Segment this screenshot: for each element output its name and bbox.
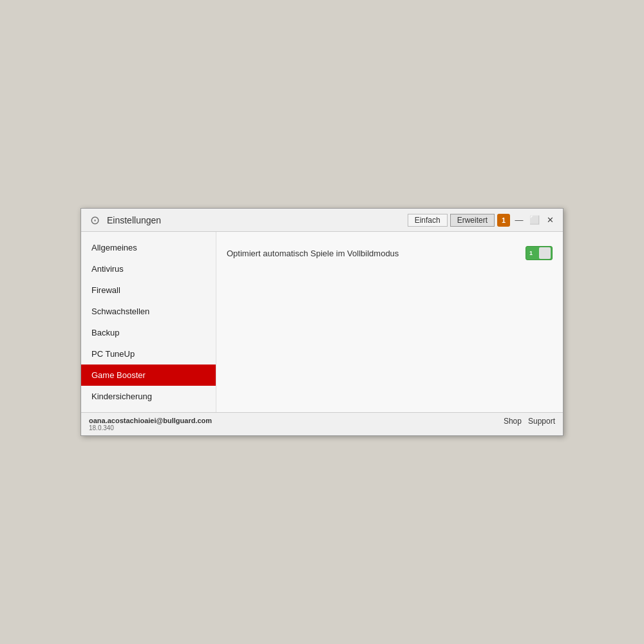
sidebar-item-kindersicherung[interactable]: Kindersicherung (81, 386, 216, 407)
main-content: Optimiert automatisch Spiele im Vollbild… (216, 232, 563, 412)
minimize-button[interactable]: — (513, 214, 526, 227)
status-left: oana.acostachioaiei@bullguard.com 18.0.3… (89, 417, 212, 431)
support-link[interactable]: Support (528, 417, 555, 426)
sidebar-item-allgemeines[interactable]: Allgemeines (81, 237, 216, 258)
app-icon: ⊙ (88, 213, 102, 227)
sidebar-item-backup[interactable]: Backup (81, 322, 216, 343)
sidebar: Allgemeines Antivirus Firewall Schwachst… (81, 232, 216, 412)
sidebar-item-pctuneup[interactable]: PC TuneUp (81, 343, 216, 365)
status-bar: oana.acostachioaiei@bullguard.com 18.0.3… (81, 412, 563, 435)
content-area: Allgemeines Antivirus Firewall Schwachst… (81, 232, 563, 412)
version-label: 18.0.340 (89, 424, 212, 431)
einfach-button[interactable]: Einfach (408, 214, 448, 227)
sidebar-item-firewall[interactable]: Firewall (81, 279, 216, 301)
title-bar: ⊙ Einstellungen Einfach Erweitert 1 — ⬜ … (81, 209, 563, 232)
sidebar-item-gamebooster[interactable]: Game Booster (81, 365, 216, 386)
main-window: ⊙ Einstellungen Einfach Erweitert 1 — ⬜ … (80, 208, 564, 436)
setting-row: Optimiert automatisch Spiele im Vollbild… (227, 242, 553, 264)
erweitert-button[interactable]: Erweitert (450, 214, 495, 227)
window-title: Einstellungen (107, 215, 402, 225)
sidebar-item-schwachstellen[interactable]: Schwachstellen (81, 301, 216, 322)
game-booster-toggle[interactable]: 1 (526, 246, 553, 260)
maximize-button[interactable]: ⬜ (528, 214, 541, 227)
toggle-on-text: 1 (529, 250, 533, 256)
status-links: Shop Support (504, 417, 555, 426)
user-email: oana.acostachioaiei@bullguard.com (89, 417, 212, 424)
notification-badge: 1 (497, 214, 510, 227)
shop-link[interactable]: Shop (504, 417, 522, 426)
sidebar-item-antivirus[interactable]: Antivirus (81, 258, 216, 279)
toggle-knob (539, 247, 551, 259)
setting-label: Optimiert automatisch Spiele im Vollbild… (227, 249, 399, 258)
title-bar-buttons: Einfach Erweitert 1 — ⬜ ✕ (408, 214, 556, 227)
close-button[interactable]: ✕ (544, 214, 556, 227)
